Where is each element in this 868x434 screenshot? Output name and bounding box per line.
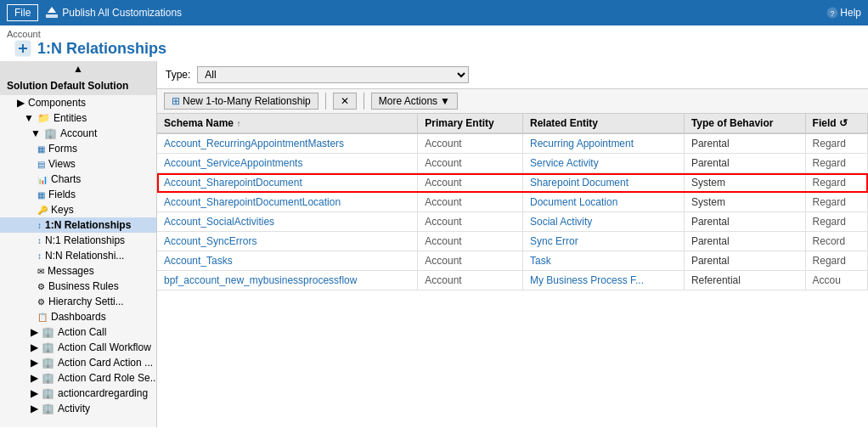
svg-text:?: ? — [831, 9, 835, 18]
sidebar-item-dashboards[interactable]: 📋 Dashboards — [0, 309, 156, 324]
entities-label: Entities — [54, 112, 87, 124]
nn-icon: ↕ — [37, 251, 42, 261]
sidebar-item-action-card-action[interactable]: ▶ 🏢 Action Card Action ... — [0, 355, 156, 370]
col-field[interactable]: Field ↺ — [805, 114, 867, 133]
refresh-icon[interactable]: ↺ — [839, 117, 848, 129]
sidebar-item-forms[interactable]: ▦ Forms — [0, 141, 156, 156]
sidebar: ▲ Solution Default Solution ▶ Components… — [0, 61, 157, 427]
more-actions-arrow-icon: ▼ — [440, 95, 450, 107]
field-cell: Record — [805, 232, 867, 251]
fields-icon: ▦ — [37, 190, 45, 200]
action-call-label: Action Call — [58, 326, 106, 338]
sidebar-item-entities[interactable]: ▼ 📁 Entities — [0, 110, 156, 126]
related-entity-cell[interactable]: Recurring Appointment — [522, 133, 684, 154]
acregarding-icon: 🏢 — [42, 387, 54, 399]
related-entity-cell[interactable]: Task — [522, 251, 684, 271]
sidebar-item-account[interactable]: ▼ 🏢 Account — [0, 126, 156, 141]
behavior-cell: Referential — [684, 271, 805, 290]
sidebar-item-1n-relationships[interactable]: ↕ 1:N Relationships — [0, 217, 156, 233]
related-entity-cell[interactable]: Social Activity — [522, 212, 684, 232]
primary-entity-cell: Account — [418, 193, 523, 212]
field-cell: Regard — [805, 193, 867, 212]
sidebar-item-actioncardregarding[interactable]: ▶ 🏢 actioncardregarding — [0, 386, 156, 401]
nn-label: N:N Relationshi... — [45, 250, 124, 262]
toolbar-separator-2 — [364, 93, 364, 110]
sidebar-item-fields[interactable]: ▦ Fields — [0, 187, 156, 202]
account-label: Account — [60, 127, 97, 139]
1n-label: 1:N Relationships — [45, 219, 131, 231]
related-entity-cell[interactable]: My Business Process F... — [522, 271, 684, 290]
schema-name-cell[interactable]: Account_SharepointDocument — [157, 173, 418, 193]
sidebar-item-components[interactable]: ▶ Components — [0, 95, 156, 110]
toolbar-separator — [325, 93, 326, 110]
sidebar-item-n1-relationships[interactable]: ↕ N:1 Relationships — [0, 233, 156, 248]
sidebar-item-action-call[interactable]: ▶ 🏢 Action Call — [0, 324, 156, 340]
schema-name-cell[interactable]: Account_Tasks — [157, 251, 418, 271]
sidebar-item-action-card-role[interactable]: ▶ 🏢 Action Card Role Se... — [0, 370, 156, 386]
field-cell: Accou — [805, 271, 867, 290]
sidebar-scroll-up[interactable]: ▲ — [0, 61, 156, 76]
col-type-of-behavior[interactable]: Type of Behavior — [684, 114, 805, 133]
new-rel-icon: ⊞ — [172, 95, 180, 107]
schema-name-cell[interactable]: Account_ServiceAppointments — [157, 154, 418, 173]
dashboards-label: Dashboards — [51, 311, 106, 323]
behavior-cell: Parental — [684, 154, 805, 173]
table-row: bpf_account_new_mybusinessprocessflowAcc… — [157, 271, 868, 290]
delete-button[interactable]: ✕ — [333, 93, 357, 110]
sidebar-item-keys[interactable]: 🔑 Keys — [0, 202, 156, 217]
table-container: Schema Name ↑ Primary Entity Related Ent… — [157, 114, 868, 427]
sidebar-item-views[interactable]: ▤ Views — [0, 156, 156, 172]
primary-entity-cell: Account — [418, 133, 523, 154]
folder-icon: 📁 — [37, 112, 50, 124]
table-row: Account_SharepointDocumentLocationAccoun… — [157, 193, 868, 212]
table-row: Account_SharepointDocumentAccountSharepo… — [157, 173, 868, 193]
sort-arrow-icon: ↑ — [236, 119, 240, 128]
biz-rules-label: Business Rules — [48, 280, 119, 292]
sidebar-item-messages[interactable]: ✉ Messages — [0, 263, 156, 279]
related-entity-cell[interactable]: Service Activity — [522, 154, 684, 173]
related-entity-cell[interactable]: Document Location — [522, 193, 684, 212]
col-schema-name[interactable]: Schema Name ↑ — [157, 114, 418, 133]
primary-entity-cell: Account — [418, 212, 523, 232]
schema-name-cell[interactable]: Account_RecurringAppointmentMasters — [157, 133, 418, 154]
related-entity-cell[interactable]: Sync Error — [522, 232, 684, 251]
schema-name-cell[interactable]: Account_SyncErrors — [157, 232, 418, 251]
sidebar-item-action-call-workflow[interactable]: ▶ 🏢 Action Call Workflow — [0, 340, 156, 355]
account-icon: 🏢 — [44, 127, 57, 139]
acr-arrow: ▶ — [31, 372, 38, 384]
sidebar-item-hierarchy[interactable]: ⚙ Hierarchy Setti... — [0, 294, 156, 309]
behavior-cell: System — [684, 193, 805, 212]
schema-name-cell[interactable]: bpf_account_new_mybusinessprocessflow — [157, 271, 418, 290]
n1-icon: ↕ — [37, 236, 42, 245]
table-row: Account_TasksAccountTaskParentalRegard — [157, 251, 868, 271]
sidebar-item-nn-relationships[interactable]: ↕ N:N Relationshi... — [0, 248, 156, 263]
sidebar-item-charts[interactable]: 📊 Charts — [0, 172, 156, 187]
activity-arrow: ▶ — [31, 403, 38, 414]
field-cell: Regard — [805, 133, 867, 154]
field-cell: Regard — [805, 154, 867, 173]
table-row: Account_SyncErrorsAccountSync ErrorParen… — [157, 232, 868, 251]
relationships-icon — [14, 39, 32, 58]
components-arrow: ▶ — [17, 97, 25, 109]
forms-label: Forms — [48, 143, 77, 155]
more-actions-button[interactable]: More Actions ▼ — [371, 93, 458, 110]
type-select[interactable]: All Custom System — [197, 66, 469, 83]
breadcrumb: Account — [7, 29, 861, 39]
schema-name-cell[interactable]: Account_SharepointDocumentLocation — [157, 193, 418, 212]
sidebar-item-activity[interactable]: ▶ 🏢 Activity — [0, 401, 156, 416]
col-primary-entity[interactable]: Primary Entity — [418, 114, 523, 133]
file-button[interactable]: File — [7, 4, 38, 21]
related-entity-cell[interactable]: Sharepoint Document — [522, 173, 684, 193]
keys-label: Keys — [51, 204, 74, 216]
entities-arrow: ▼ — [24, 112, 34, 124]
type-bar: Type: All Custom System — [157, 61, 868, 89]
sidebar-item-business-rules[interactable]: ⚙ Business Rules — [0, 279, 156, 294]
new-relationship-button[interactable]: ⊞ New 1-to-Many Relationship — [164, 93, 318, 110]
hierarchy-label: Hierarchy Setti... — [48, 296, 124, 307]
col-related-entity[interactable]: Related Entity — [522, 114, 684, 133]
behavior-cell: Parental — [684, 133, 805, 154]
primary-entity-cell: Account — [418, 232, 523, 251]
behavior-cell: Parental — [684, 232, 805, 251]
help-button[interactable]: ? Help — [826, 7, 861, 19]
schema-name-cell[interactable]: Account_SocialActivities — [157, 212, 418, 232]
